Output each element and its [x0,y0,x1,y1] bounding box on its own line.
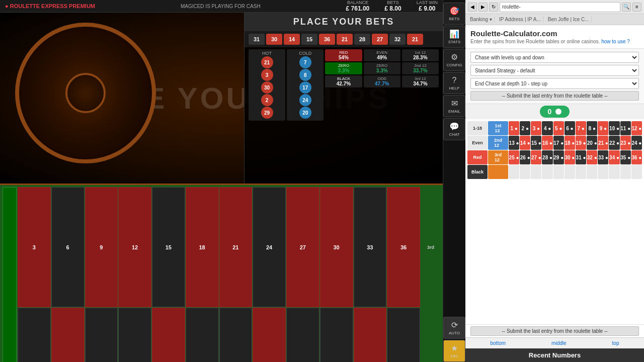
address-bar[interactable]: roulette- [500,2,620,12]
cg-30[interactable]: 30 ● [565,150,575,164]
bet-32[interactable]: 32 [354,308,387,362]
cg-17[interactable]: 17 ● [553,136,564,150]
submit-bottom-btn[interactable]: -- Submit the last entry from the roulet… [470,326,639,336]
bet-21[interactable]: 21 [219,187,253,307]
cg-23[interactable]: 23 ● [620,136,631,150]
bet-15[interactable]: 15 [152,187,185,307]
bet-17[interactable]: 17 [186,308,219,362]
cg-25[interactable]: 25 ● [509,150,519,164]
bet-30[interactable]: 30 [320,187,353,307]
cg-20[interactable]: 20 ● [587,136,597,150]
cg-7[interactable]: 7 ● [576,121,586,135]
cg-27[interactable]: 27 ● [531,150,541,164]
cg-18[interactable]: 18 ● [565,136,575,150]
bet-35[interactable]: 35 [387,308,420,362]
browser-forward[interactable]: ▶ [478,3,488,12]
bet-14[interactable]: 14 [152,308,185,362]
betting-table: 0 3 6 9 12 15 18 21 24 27 30 [0,185,443,362]
cg-14[interactable]: 14 ● [520,136,530,150]
cg-21[interactable]: 21 ● [598,136,608,150]
cg-1[interactable]: 1 ● [509,121,519,135]
cg-22[interactable]: 22 ● [609,136,619,150]
chat-sidebar-btn[interactable]: 💬 CHAT [443,118,465,140]
cg-11[interactable]: 11 ● [620,121,631,135]
top-bar: ● ROULETTE EXPRESS PREMIUM MAGICED IS PL… [0,0,443,13]
bet-24[interactable]: 24 [253,187,286,307]
auto-sidebar-btn[interactable]: ⟳ AUTO [443,317,465,339]
cg-16[interactable]: 16 ● [542,136,552,150]
second-row-label[interactable]: 2nd [421,308,441,362]
bet-20[interactable]: 20 [219,308,253,362]
cg-12[interactable]: 12 ● [631,121,642,135]
cg-19[interactable]: 19 ● [576,136,586,150]
bookmark-ip[interactable]: IP Address | IP A... [497,16,543,23]
config-sidebar-btn[interactable]: ⚙ CONFIG [443,49,465,71]
cg-33[interactable]: 33 ● [598,150,608,164]
cg-24[interactable]: 24 ● [631,136,642,150]
cg-32[interactable]: 32 ● [587,150,597,164]
bet-11[interactable]: 11 [118,308,151,362]
recent-num-7: 27 [372,34,388,45]
cg-36[interactable]: 36 ● [631,150,642,164]
cg-9[interactable]: 9 ● [598,121,608,135]
strategy-select-1[interactable]: Chase with levels up and down [470,52,639,63]
fav-sidebar-btn[interactable]: ★ FAV [443,340,465,362]
how-to-use-link[interactable]: how to use ? [601,39,630,44]
browser-refresh[interactable]: ↻ [489,3,498,12]
bet-8[interactable]: 8 [85,308,118,362]
strategy-select-2[interactable]: Standard Strategy - default [470,65,639,76]
strategy-select-3[interactable]: End Chase at depth 10 - step up [470,78,639,89]
cg-13[interactable]: 13 ● [509,136,519,150]
submit-top-btn[interactable]: -- Submit the last entry from the roulet… [470,91,639,101]
cg-6[interactable]: 6 ● [565,121,575,135]
browser-back[interactable]: ◀ [468,3,477,12]
cg-35[interactable]: 35 ● [620,150,631,164]
zero-cell[interactable]: 0 [3,187,17,362]
browser-menu[interactable]: ≡ [632,3,641,12]
bookmark-banking[interactable]: Banking ▾ [468,16,495,23]
bet-5[interactable]: 5 [51,308,85,362]
bet-29[interactable]: 29 [320,308,353,362]
recent-num-3: 15 [301,34,317,45]
bookmark-ben[interactable]: Ben Joffe | Ice C... [546,16,592,23]
bet-2[interactable]: 2 [18,308,51,362]
zero-display[interactable]: 0 [540,106,570,118]
cg-34[interactable]: 34 ● [609,150,619,164]
cg-29[interactable]: 29 ● [553,150,564,164]
cg-empty-1 [509,165,519,179]
cg-2[interactable]: 2 ● [520,121,530,135]
cg-26[interactable]: 26 ● [520,150,530,164]
bet-18[interactable]: 18 [186,187,219,307]
bet-9[interactable]: 9 [85,187,118,307]
cg-4[interactable]: 4 ● [542,121,552,135]
bet-26[interactable]: 26 [286,308,319,362]
bet-33[interactable]: 33 [354,187,387,307]
third-row-label[interactable]: 3rd [421,187,441,307]
cold-num-2: 8 [299,69,311,81]
bet-6[interactable]: 6 [51,187,85,307]
cg-5[interactable]: 5 ● [553,121,564,135]
stats-sidebar-btn[interactable]: 📊 STATS [443,26,465,48]
bets-sidebar-btn[interactable]: 🎯 BETS [443,3,465,25]
nav-top[interactable]: top [608,339,623,347]
bet-36[interactable]: 36 [387,187,420,307]
bet-3[interactable]: 3 [18,187,51,307]
nav-middle[interactable]: middle [547,339,570,347]
bet-12[interactable]: 12 [118,187,151,307]
bet-27[interactable]: 27 [286,187,319,307]
calc-nav-row: bottom middle top [465,337,644,348]
bet-23[interactable]: 23 [253,308,286,362]
cg-15[interactable]: 15 ● [531,136,541,150]
help-sidebar-btn[interactable]: ? HELP [443,72,465,94]
cg-28[interactable]: 28 ● [542,150,552,164]
hot-label: HOT [250,51,284,56]
cold-num-4: 24 [299,94,311,106]
cg-31[interactable]: 31 ● [576,150,586,164]
cg-3[interactable]: 3 ● [531,121,541,135]
nav-bottom[interactable]: bottom [487,339,510,347]
browser-top-bar: ◀ ▶ ↻ roulette- 🔍 ≡ [465,0,644,14]
cg-10[interactable]: 10 ● [609,121,619,135]
browser-search[interactable]: 🔍 [622,3,631,12]
cg-8[interactable]: 8 ● [587,121,597,135]
email-sidebar-btn[interactable]: ✉ EMAIL [443,95,465,117]
